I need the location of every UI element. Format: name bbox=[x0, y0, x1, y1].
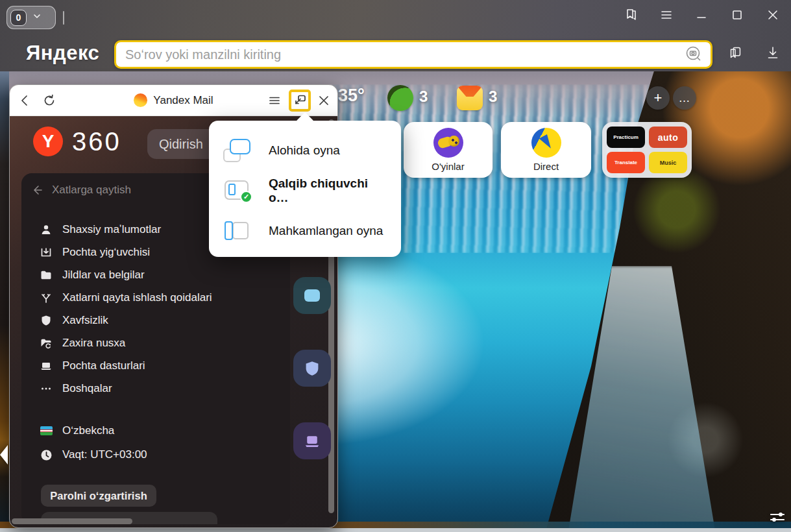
timezone-row[interactable]: Vaqt: UTC+03:00 bbox=[40, 445, 280, 465]
sidebar-item-label: Shaxsiy maʼlumotlar bbox=[62, 223, 161, 236]
tile-music[interactable]: Music bbox=[649, 152, 687, 173]
sidebar-item-backup[interactable]: Zaxira nusxa bbox=[40, 333, 280, 353]
tab-divider bbox=[63, 11, 64, 25]
tile-auto[interactable]: auto bbox=[649, 127, 687, 148]
language-row[interactable]: Oʻzbekcha bbox=[40, 421, 280, 441]
tile-games[interactable]: O'yinlar bbox=[404, 122, 493, 178]
sidebar-item-label: Xavfsizlik bbox=[62, 314, 108, 327]
tab-counter-button[interactable]: 0 bbox=[6, 6, 56, 29]
tile-label: O'yinlar bbox=[432, 161, 464, 172]
person-icon bbox=[40, 224, 53, 236]
language-label: Oʻzbekcha bbox=[62, 424, 114, 437]
menu-item-separate-window[interactable]: Alohida oyna bbox=[223, 132, 387, 169]
photo-bottom-edge bbox=[0, 528, 791, 532]
maximize-button[interactable] bbox=[729, 6, 746, 23]
tile-direct[interactable]: Direct bbox=[501, 122, 591, 178]
more-options-button[interactable]: … bbox=[673, 86, 696, 110]
popup-titlebar: Yandex Mail bbox=[10, 85, 337, 116]
tile-label: Direct bbox=[533, 161, 559, 172]
add-tile-button[interactable]: + bbox=[646, 86, 670, 110]
browser-menu-icon[interactable] bbox=[658, 6, 675, 23]
sidebar-item-label: Zaxira nusxa bbox=[62, 337, 125, 350]
browser-chrome: 0 Яндекс bbox=[0, 0, 791, 71]
content-chip-laptop bbox=[293, 422, 331, 459]
menu-item-label: Qalqib chiquvchi o… bbox=[269, 176, 387, 205]
sidebar-item-others[interactable]: Boshqalar bbox=[40, 379, 280, 398]
laptop-icon bbox=[40, 360, 53, 372]
tile-practicum[interactable]: Practicum bbox=[607, 127, 645, 148]
clock-icon bbox=[40, 449, 53, 461]
menu-item-label: Alohida oyna bbox=[269, 143, 340, 158]
horizontal-scrollbar-thumb[interactable] bbox=[12, 518, 132, 524]
menu-item-popup-window[interactable]: ✓ Qalqib chiquvchi o… bbox=[223, 173, 387, 209]
background-settings-icon[interactable] bbox=[769, 510, 786, 524]
tile-translate[interactable]: Translate bbox=[607, 152, 645, 173]
popup-window-icon: ✓ bbox=[223, 179, 252, 202]
minimize-button[interactable] bbox=[693, 6, 710, 23]
yandex-logo[interactable]: Яндекс bbox=[26, 42, 99, 65]
change-password-button[interactable]: Parolni oʻzgartirish bbox=[41, 485, 156, 507]
separate-window-icon bbox=[223, 139, 252, 162]
downloads-icon[interactable] bbox=[764, 44, 781, 61]
games-icon bbox=[433, 128, 463, 158]
direct-icon bbox=[531, 128, 561, 158]
sidebar-item-mail-rules[interactable]: Xatlarni qayta ishlash qoidalari bbox=[40, 288, 280, 308]
selected-check-icon: ✓ bbox=[240, 191, 252, 203]
sidebar-item-label: Xatlarni qayta ishlash qoidalari bbox=[62, 291, 212, 304]
menu-item-pinned-window[interactable]: Mahkamlangan oyna bbox=[223, 213, 387, 249]
sidebar-item-label: Pochta yigʻuvchisi bbox=[62, 246, 150, 259]
search-input[interactable] bbox=[116, 47, 685, 62]
close-button[interactable] bbox=[764, 6, 781, 23]
sidebar-item-mail-clients[interactable]: Pochta dasturlari bbox=[40, 356, 280, 376]
y360-logo-number: 360 bbox=[72, 127, 121, 156]
branch-icon bbox=[40, 292, 53, 304]
yandex-mail-favicon bbox=[134, 93, 147, 107]
bookmarks-panel-icon[interactable] bbox=[623, 6, 640, 23]
browser-window: 0 Яндекс bbox=[0, 0, 791, 532]
sidebar-item-folders-labels[interactable]: Jildlar va belgilar bbox=[40, 265, 280, 285]
mail-widget-icon[interactable] bbox=[457, 86, 483, 110]
reload-icon[interactable] bbox=[40, 91, 59, 110]
window-mode-button-highlighted[interactable] bbox=[289, 90, 311, 112]
folder-sync-icon bbox=[40, 337, 53, 349]
back-to-letters-label: Xatlarga qaytish bbox=[52, 184, 131, 197]
shield-icon bbox=[40, 315, 53, 326]
collections-icon[interactable] bbox=[727, 44, 744, 61]
sidebar-item-label: Pochta dasturlari bbox=[62, 359, 145, 372]
y360-logo: Y 360 bbox=[33, 127, 121, 156]
mail-count: 3 bbox=[489, 88, 497, 106]
menu-item-label: Mahkamlangan oyna bbox=[269, 224, 383, 238]
popup-title: Yandex Mail bbox=[153, 94, 213, 107]
popup-close-icon[interactable] bbox=[314, 91, 334, 110]
back-icon[interactable] bbox=[15, 91, 34, 110]
image-search-icon[interactable] bbox=[685, 44, 703, 65]
sidebar-item-label: Jildlar va belgilar bbox=[62, 269, 145, 282]
zen-icon[interactable] bbox=[387, 85, 413, 111]
zen-count: 3 bbox=[419, 88, 428, 106]
back-to-letters-link[interactable]: Xatlarga qaytish bbox=[30, 184, 131, 197]
inbox-download-icon bbox=[40, 247, 53, 258]
weather-widget[interactable]: 35° bbox=[338, 86, 365, 106]
popup-menu-icon[interactable] bbox=[265, 91, 284, 110]
content-chip-shield bbox=[293, 350, 331, 387]
side-panel-handle[interactable] bbox=[0, 445, 8, 465]
sidebar-item-label: Boshqalar bbox=[62, 382, 112, 395]
pinned-window-icon bbox=[223, 219, 252, 243]
y360-logo-circle: Y bbox=[33, 127, 63, 156]
window-mode-menu: Alohida oyna ✓ Qalqib chiquvchi o… Mahka… bbox=[209, 121, 401, 257]
sidebar-item-security[interactable]: Xavfsizlik bbox=[40, 311, 280, 330]
omnibox[interactable] bbox=[114, 40, 712, 69]
chevron-down-icon[interactable] bbox=[32, 12, 42, 23]
content-chip-device bbox=[293, 277, 331, 314]
folder-icon bbox=[40, 269, 53, 281]
uzbekistan-flag-icon bbox=[40, 426, 53, 435]
tab-count-badge[interactable]: 0 bbox=[10, 10, 27, 26]
tile-group[interactable]: Practicum auto Translate Music bbox=[602, 122, 692, 178]
ellipsis-icon bbox=[40, 383, 53, 394]
timezone-label: Vaqt: UTC+03:00 bbox=[62, 448, 147, 461]
